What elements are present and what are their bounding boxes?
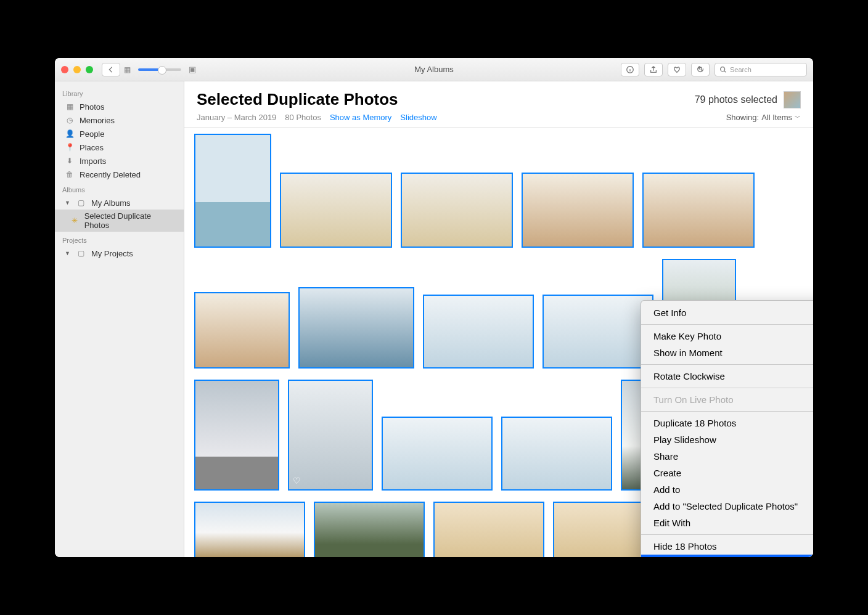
showing-filter[interactable]: Showing: All Items ﹀	[726, 113, 801, 122]
titlebar: ▦ ▣ My Albums Search	[55, 58, 813, 81]
rotate-button[interactable]	[691, 63, 710, 76]
album-icon: ✳	[70, 216, 80, 226]
photo-thumbnail[interactable]	[314, 502, 425, 557]
close-window-button[interactable]	[61, 66, 68, 73]
photo-thumbnail[interactable]	[642, 173, 755, 248]
clock-icon: ◷	[65, 115, 75, 125]
sidebar-section-projects: Projects	[55, 234, 184, 246]
photo-thumbnail[interactable]	[194, 134, 271, 248]
chevron-down-icon: ﹀	[795, 113, 801, 122]
menu-share[interactable]: Share▶	[641, 448, 813, 465]
context-menu: Get Info Make Key Photo Show in Moment R…	[641, 300, 813, 557]
sidebar: Library ▦Photos ◷Memories 👤People 📍Place…	[55, 81, 184, 557]
menu-separator	[641, 388, 813, 388]
download-icon: ⬇	[65, 156, 75, 166]
menu-make-key-photo[interactable]: Make Key Photo	[641, 328, 813, 344]
menu-delete-photos[interactable]: Delete 18 Photos	[641, 555, 813, 557]
key-photo-thumbnail[interactable]	[784, 91, 801, 108]
menu-separator	[641, 364, 813, 365]
menu-separator	[641, 534, 813, 535]
search-icon	[719, 65, 727, 74]
disclosure-triangle-icon[interactable]: ▼	[65, 250, 70, 256]
selection-count: 79 photos selected	[695, 94, 777, 105]
person-icon: 👤	[65, 129, 75, 139]
folder-icon: ▢	[76, 248, 86, 258]
folder-icon: ▢	[76, 198, 86, 208]
photo-thumbnail[interactable]	[423, 295, 534, 369]
rotate-icon	[696, 65, 705, 74]
photo-thumbnail[interactable]	[501, 417, 612, 491]
photo-grid: ♡ Get Info Make Key Photo	[184, 128, 813, 557]
photo-thumbnail[interactable]	[382, 417, 493, 491]
app-window: ▦ ▣ My Albums Search Library ▦Photos ◷Me…	[55, 58, 813, 557]
sidebar-item-selected-duplicate-photos[interactable]: ✳Selected Duplicate Photos	[55, 210, 184, 232]
menu-turn-on-live-photo: Turn On Live Photo	[641, 391, 813, 408]
trash-icon: 🗑	[65, 169, 75, 179]
chevron-left-icon	[107, 65, 115, 74]
info-button[interactable]	[621, 63, 639, 76]
menu-separator	[641, 411, 813, 412]
menu-duplicate[interactable]: Duplicate 18 Photos	[641, 415, 813, 431]
menu-edit-with[interactable]: Edit With▶	[641, 515, 813, 531]
zoom-slider[interactable]	[138, 68, 181, 71]
slideshow-link[interactable]: Slideshow	[400, 113, 436, 122]
favorite-button[interactable]	[668, 63, 686, 76]
window-controls	[61, 66, 93, 73]
sidebar-item-memories[interactable]: ◷Memories	[55, 113, 184, 127]
back-button[interactable]	[102, 63, 120, 76]
sidebar-item-people[interactable]: 👤People	[55, 127, 184, 141]
pin-icon: 📍	[65, 142, 75, 152]
sidebar-item-my-projects[interactable]: ▼▢My Projects	[55, 246, 184, 260]
sidebar-item-places[interactable]: 📍Places	[55, 141, 184, 154]
favorite-icon: ♡	[293, 476, 301, 486]
search-placeholder: Search	[730, 66, 751, 73]
photo-thumbnail[interactable]	[401, 173, 513, 248]
photo-thumbnail[interactable]	[433, 502, 544, 557]
sidebar-item-recently-deleted[interactable]: 🗑Recently Deleted	[55, 168, 184, 181]
menu-play-slideshow[interactable]: Play Slideshow	[641, 431, 813, 448]
photo-thumbnail[interactable]	[280, 173, 392, 248]
sidebar-item-my-albums[interactable]: ▼▢My Albums	[55, 196, 184, 210]
info-icon	[626, 65, 634, 74]
menu-add-to-album[interactable]: Add to "Selected Duplicate Photos"	[641, 498, 813, 515]
svg-point-1	[721, 67, 725, 71]
sidebar-item-imports[interactable]: ⬇Imports	[55, 154, 184, 168]
photo-thumbnail[interactable]	[194, 380, 279, 491]
heart-icon	[673, 65, 681, 74]
sidebar-item-photos[interactable]: ▦Photos	[55, 100, 184, 113]
disclosure-triangle-icon[interactable]: ▼	[65, 200, 70, 206]
photo-thumbnail[interactable]	[298, 287, 414, 369]
grid-small-icon: ▦	[124, 65, 131, 74]
sidebar-section-library: Library	[55, 88, 184, 100]
date-range: January – March 2019	[197, 113, 276, 122]
show-as-memory-link[interactable]: Show as Memory	[330, 113, 391, 122]
grid-large-icon: ▣	[189, 65, 196, 74]
content-header: Selected Duplicate Photos 79 photos sele…	[184, 81, 813, 128]
menu-rotate-clockwise[interactable]: Rotate Clockwise	[641, 368, 813, 385]
photo-thumbnail[interactable]	[522, 173, 634, 248]
photo-count: 80 Photos	[285, 113, 321, 122]
photos-icon: ▦	[65, 102, 75, 112]
menu-add-to[interactable]: Add to▶	[641, 481, 813, 498]
menu-get-info[interactable]: Get Info	[641, 304, 813, 321]
share-button[interactable]	[644, 63, 663, 76]
share-icon	[649, 65, 658, 74]
menu-hide-photos[interactable]: Hide 18 Photos	[641, 538, 813, 555]
search-field[interactable]: Search	[714, 63, 807, 76]
photo-thumbnail[interactable]: ♡	[288, 380, 373, 491]
window-title: My Albums	[414, 65, 454, 74]
photo-thumbnail[interactable]	[194, 502, 305, 557]
zoom-window-button[interactable]	[86, 66, 93, 73]
photo-thumbnail[interactable]	[194, 292, 290, 369]
photo-thumbnail[interactable]	[542, 295, 653, 369]
page-title: Selected Duplicate Photos	[197, 90, 398, 109]
minimize-window-button[interactable]	[73, 66, 81, 73]
menu-separator	[641, 324, 813, 325]
sidebar-section-albums: Albums	[55, 184, 184, 196]
menu-create[interactable]: Create▶	[641, 465, 813, 481]
main-content: Selected Duplicate Photos 79 photos sele…	[184, 81, 813, 557]
menu-show-in-moment[interactable]: Show in Moment	[641, 344, 813, 361]
